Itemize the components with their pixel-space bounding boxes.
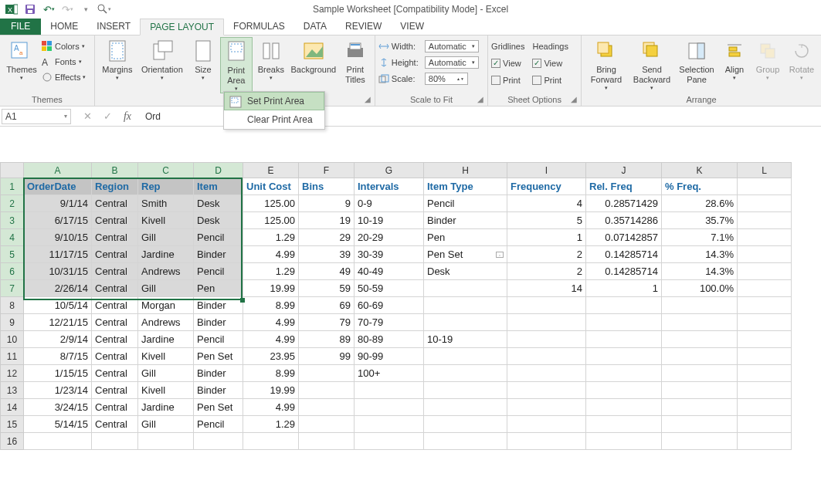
headings-view-checkbox[interactable]: View xyxy=(532,56,568,71)
cell-C8[interactable]: Morgan xyxy=(138,297,194,314)
redo-button[interactable]: ↷▾ xyxy=(59,1,76,18)
cell-B11[interactable]: Central xyxy=(92,348,138,365)
gridlines-print-checkbox[interactable]: Print xyxy=(491,73,524,88)
col-header-E[interactable]: E xyxy=(243,163,299,178)
cell-H13[interactable] xyxy=(424,382,507,399)
cell-L12[interactable] xyxy=(738,365,792,382)
row-header-1[interactable]: 1 xyxy=(1,178,24,195)
cell-L1[interactable] xyxy=(738,178,792,195)
cell-L13[interactable] xyxy=(738,382,792,399)
cell-C6[interactable]: Andrews xyxy=(138,263,194,280)
cell-J2[interactable]: 0.28571429 xyxy=(586,195,662,212)
cell-A7[interactable]: 2/26/14 xyxy=(24,280,92,297)
colors-button[interactable]: Colors▾ xyxy=(42,39,86,54)
row-header-3[interactable]: 3 xyxy=(1,212,24,229)
cell-E1[interactable]: Unit Cost xyxy=(243,178,299,195)
tab-data[interactable]: DATA xyxy=(294,18,336,35)
tab-review[interactable]: REVIEW xyxy=(336,18,391,35)
cell-G9[interactable]: 70-79 xyxy=(355,314,424,331)
cell-A3[interactable]: 6/17/15 xyxy=(24,212,92,229)
cell-J14[interactable] xyxy=(586,399,662,416)
cell-D7[interactable]: Pen xyxy=(194,280,243,297)
cell-B7[interactable]: Central xyxy=(92,280,138,297)
cell-L8[interactable] xyxy=(738,297,792,314)
tab-pagelayout[interactable]: PAGE LAYOUT xyxy=(140,19,224,36)
insert-function-button[interactable]: fx xyxy=(117,108,137,125)
cell-K7[interactable]: 100.0% xyxy=(662,280,738,297)
cell-G5[interactable]: 30-39 xyxy=(355,246,424,263)
cell-B3[interactable]: Central xyxy=(92,212,138,229)
cancel-formula-button[interactable]: ✕ xyxy=(77,108,97,125)
tab-insert[interactable]: INSERT xyxy=(87,18,140,35)
cell-D3[interactable]: Desk xyxy=(194,212,243,229)
cell-J6[interactable]: 0.14285714 xyxy=(586,263,662,280)
background-button[interactable]: Background xyxy=(290,37,338,75)
cell-F9[interactable]: 79 xyxy=(299,314,355,331)
cell-K8[interactable] xyxy=(662,297,738,314)
cell-K5[interactable]: 14.3% xyxy=(662,246,738,263)
cell-A8[interactable]: 10/5/14 xyxy=(24,297,92,314)
cell-L6[interactable] xyxy=(738,263,792,280)
row-header-14[interactable]: 14 xyxy=(1,399,24,416)
cell-D13[interactable]: Binder xyxy=(194,382,243,399)
cell-H8[interactable] xyxy=(424,297,507,314)
cell-D2[interactable]: Desk xyxy=(194,195,243,212)
cell-A10[interactable]: 2/9/14 xyxy=(24,331,92,348)
cell-J8[interactable] xyxy=(586,297,662,314)
cell-G4[interactable]: 20-29 xyxy=(355,229,424,246)
cell-D15[interactable]: Pencil xyxy=(194,416,243,433)
cell-C4[interactable]: Gill xyxy=(138,229,194,246)
cell-C2[interactable]: Smith xyxy=(138,195,194,212)
cell-L5[interactable] xyxy=(738,246,792,263)
printarea-button[interactable]: Print Area▾ xyxy=(220,37,253,93)
cell-G7[interactable]: 50-59 xyxy=(355,280,424,297)
cell-G10[interactable]: 80-89 xyxy=(355,331,424,348)
select-all-corner[interactable] xyxy=(1,163,24,178)
cell-L4[interactable] xyxy=(738,229,792,246)
cell-C13[interactable]: Kivell xyxy=(138,382,194,399)
col-header-L[interactable]: L xyxy=(738,163,792,178)
row-header-2[interactable]: 2 xyxy=(1,195,24,212)
cell-E10[interactable]: 4.99 xyxy=(243,331,299,348)
cell-K12[interactable] xyxy=(662,365,738,382)
cell-J11[interactable] xyxy=(586,348,662,365)
row-header-11[interactable]: 11 xyxy=(1,348,24,365)
undo-button[interactable]: ↶▾ xyxy=(40,1,57,18)
cell-A9[interactable]: 12/21/15 xyxy=(24,314,92,331)
row-header-8[interactable]: 8 xyxy=(1,297,24,314)
cell-F14[interactable] xyxy=(299,399,355,416)
cell-E6[interactable]: 1.29 xyxy=(243,263,299,280)
row-header-5[interactable]: 5 xyxy=(1,246,24,263)
size-button[interactable]: Size▾ xyxy=(188,37,219,82)
tab-home[interactable]: HOME xyxy=(41,18,87,35)
cell-K3[interactable]: 35.7% xyxy=(662,212,738,229)
cell-F5[interactable]: 39 xyxy=(299,246,355,263)
cell-J16[interactable] xyxy=(586,433,662,450)
cell-C12[interactable]: Gill xyxy=(138,365,194,382)
cell-I11[interactable] xyxy=(507,348,586,365)
cell-K11[interactable] xyxy=(662,348,738,365)
cell-L7[interactable] xyxy=(738,280,792,297)
cell-B1[interactable]: Region xyxy=(92,178,138,195)
cell-K15[interactable] xyxy=(662,416,738,433)
cell-F16[interactable] xyxy=(299,433,355,450)
cell-H4[interactable]: Pen xyxy=(424,229,507,246)
cell-I15[interactable] xyxy=(507,416,586,433)
cell-L11[interactable] xyxy=(738,348,792,365)
cell-I14[interactable] xyxy=(507,399,586,416)
cell-K1[interactable]: % Freq. xyxy=(662,178,738,195)
cell-L3[interactable] xyxy=(738,212,792,229)
cell-H3[interactable]: Binder xyxy=(424,212,507,229)
cell-J15[interactable] xyxy=(586,416,662,433)
cell-C11[interactable]: Kivell xyxy=(138,348,194,365)
row-header-7[interactable]: 7 xyxy=(1,280,24,297)
col-header-C[interactable]: C xyxy=(138,163,194,178)
headings-print-checkbox[interactable]: Print xyxy=(532,73,568,88)
row-header-16[interactable]: 16 xyxy=(1,433,24,450)
menu-set-print-area[interactable]: Set Print Area xyxy=(224,92,324,110)
cell-L14[interactable] xyxy=(738,399,792,416)
cell-C16[interactable] xyxy=(138,433,194,450)
cell-A14[interactable]: 3/24/15 xyxy=(24,399,92,416)
row-header-10[interactable]: 10 xyxy=(1,331,24,348)
cell-G11[interactable]: 90-99 xyxy=(355,348,424,365)
